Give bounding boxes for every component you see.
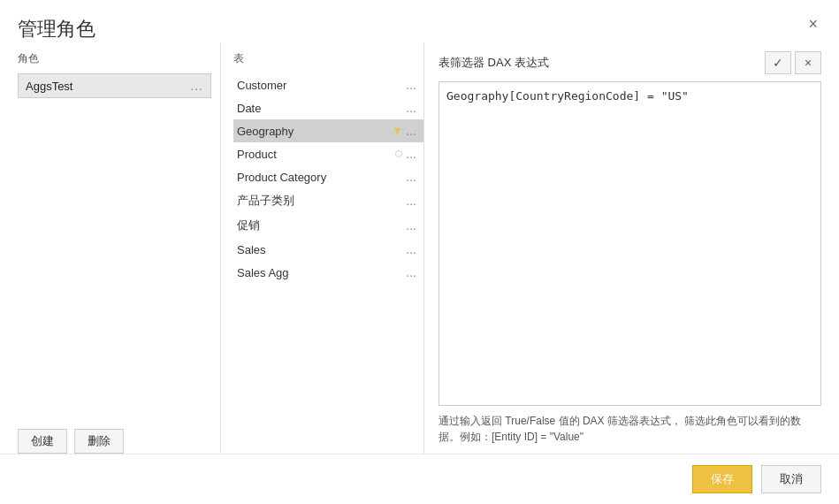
- table-row[interactable]: Product...: [233, 142, 423, 165]
- dax-cancel-button[interactable]: ×: [795, 51, 821, 74]
- roles-label: 角色: [18, 51, 211, 66]
- dialog-header: 管理角色 ×: [0, 0, 839, 42]
- role-dots: ...: [190, 79, 203, 93]
- dax-column: 表筛选器 DAX 表达式 ✓ × 通过输入返回 True/False 值的 DA…: [424, 42, 821, 454]
- table-name: Product Category: [237, 171, 326, 184]
- table-dots: ...: [406, 218, 416, 233]
- table-dots: ...: [406, 194, 416, 208]
- table-name: Sales Agg: [237, 266, 289, 279]
- role-item[interactable]: AggsTest...: [18, 73, 211, 98]
- table-name: Product: [237, 148, 277, 161]
- dax-confirm-button[interactable]: ✓: [765, 51, 791, 74]
- table-dots: ...: [406, 124, 416, 138]
- dialog-body: 角色 AggsTest... 创建 删除 表 Customer...Date..…: [0, 42, 839, 454]
- table-row[interactable]: 促销...: [233, 213, 423, 238]
- table-row[interactable]: Sales Agg...: [233, 261, 423, 284]
- table-name: Sales: [237, 243, 266, 256]
- table-row-right: ...: [406, 265, 416, 279]
- manage-roles-dialog: 管理角色 × 角色 AggsTest... 创建 删除 表 Customer..…: [0, 0, 839, 504]
- roles-list: AggsTest...: [18, 73, 211, 420]
- dax-title: 表筛选器 DAX 表达式: [439, 55, 549, 71]
- dialog-title: 管理角色: [18, 16, 95, 42]
- table-name: 促销: [237, 218, 260, 233]
- table-dots: ...: [406, 101, 416, 115]
- table-row-right: ...: [406, 218, 416, 233]
- table-row-right: ...: [406, 78, 416, 92]
- table-row[interactable]: Sales...: [233, 238, 423, 261]
- table-name: Geography: [237, 125, 294, 138]
- dax-expression-input[interactable]: [439, 81, 821, 406]
- filter-empty-icon: [395, 150, 402, 157]
- table-dots: ...: [406, 78, 416, 92]
- close-button[interactable]: ×: [805, 16, 821, 32]
- table-name: Customer: [237, 79, 286, 92]
- roles-column: 角色 AggsTest... 创建 删除: [18, 42, 221, 454]
- dax-header: 表筛选器 DAX 表达式 ✓ ×: [439, 51, 821, 74]
- tables-column: 表 Customer...Date...Geography▼...Product…: [221, 42, 424, 454]
- table-row[interactable]: 产品子类别...: [233, 188, 423, 213]
- tables-list: Customer...Date...Geography▼...Product..…: [233, 73, 423, 445]
- dax-hint: 通过输入返回 True/False 值的 DAX 筛选器表达式， 筛选此角色可以…: [439, 413, 821, 445]
- tables-label: 表: [233, 51, 423, 66]
- table-row[interactable]: Date...: [233, 96, 423, 119]
- role-actions: 创建 删除: [18, 429, 211, 454]
- delete-role-button[interactable]: 删除: [74, 429, 124, 454]
- table-dots: ...: [406, 265, 416, 279]
- cancel-button[interactable]: 取消: [761, 465, 821, 493]
- table-name: 产品子类别: [237, 193, 294, 209]
- table-row-right: ...: [406, 242, 416, 256]
- table-row[interactable]: Geography▼...: [233, 119, 423, 142]
- table-row-right: ...: [406, 170, 416, 184]
- table-dots: ...: [406, 242, 416, 256]
- table-dots: ...: [406, 170, 416, 184]
- table-row-right: ...: [406, 194, 416, 208]
- table-row-right: ▼...: [392, 124, 416, 138]
- table-row[interactable]: Product Category...: [233, 165, 423, 188]
- role-name: AggsTest: [26, 80, 72, 93]
- table-row-right: ...: [406, 101, 416, 115]
- filter-active-icon: ▼: [392, 125, 402, 137]
- table-dots: ...: [406, 147, 416, 161]
- table-row-right: ...: [395, 147, 416, 161]
- create-role-button[interactable]: 创建: [18, 429, 67, 454]
- save-button[interactable]: 保存: [692, 465, 752, 493]
- dialog-footer: 保存 取消: [0, 454, 839, 504]
- table-row[interactable]: Customer...: [233, 73, 423, 96]
- table-name: Date: [237, 102, 261, 115]
- dax-action-buttons: ✓ ×: [765, 51, 821, 74]
